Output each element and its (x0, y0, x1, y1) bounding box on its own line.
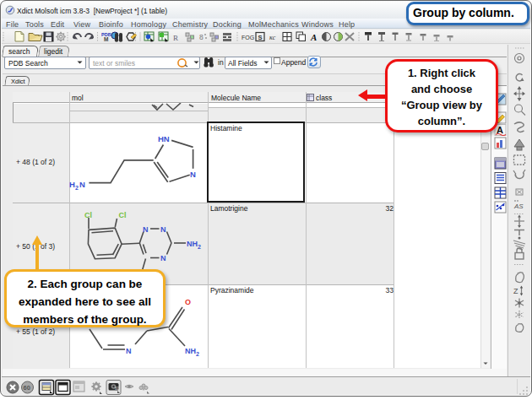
svg-text:A: A (310, 32, 317, 42)
svg-text:2: 2 (75, 185, 79, 191)
svg-text:Cl: Cl (84, 211, 92, 219)
svg-text:60: 60 (115, 386, 120, 391)
svg-text:NH: NH (185, 347, 196, 355)
svg-text:2: 2 (198, 244, 201, 250)
svg-text:O: O (185, 298, 191, 306)
svg-text:HN: HN (158, 134, 170, 143)
svg-text:N: N (143, 225, 149, 234)
svg-text:N: N (126, 347, 132, 355)
svg-text:AS: AS (513, 203, 524, 210)
svg-text:S: S (258, 34, 263, 41)
svg-text:NH: NH (187, 240, 198, 248)
svg-text:FOG: FOG (242, 35, 254, 41)
svg-text:H: H (69, 180, 75, 189)
svg-text:κc: κc (269, 34, 276, 41)
svg-text:2: 2 (196, 351, 199, 357)
svg-text:N: N (190, 170, 196, 179)
svg-text:M: M (104, 36, 108, 42)
svg-text:N: N (160, 254, 166, 262)
svg-text:60: 60 (24, 384, 30, 392)
svg-text:8: 8 (199, 33, 204, 41)
svg-text:N: N (79, 180, 85, 189)
svg-text:N: N (160, 225, 166, 234)
svg-text:Cl: Cl (119, 211, 127, 219)
svg-text:Z: Z (513, 287, 518, 295)
svg-text:R: R (173, 34, 178, 42)
